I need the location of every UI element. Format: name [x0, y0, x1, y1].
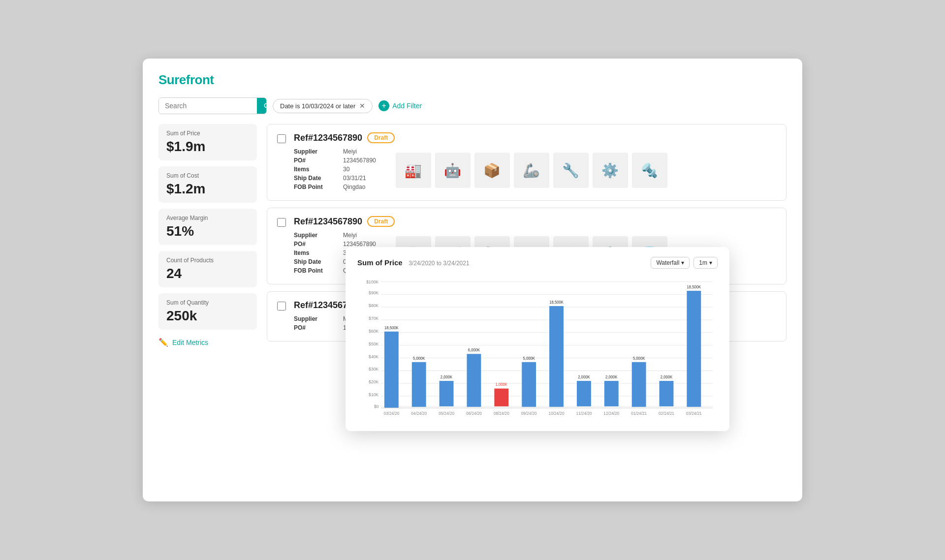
svg-text:2,000K: 2,000K — [661, 375, 673, 379]
svg-text:5,000K: 5,000K — [413, 356, 425, 360]
metric-label-count-products: Count of Products — [166, 257, 249, 264]
svg-text:$30K: $30K — [369, 367, 378, 372]
svg-text:$100K: $100K — [366, 280, 378, 284]
ship-label-2: Ship Date — [294, 258, 333, 265]
po-card-1: Ref#1234567890 Draft SupplierMeiyi PO#12… — [267, 124, 787, 201]
add-filter-label: Add Filter — [392, 102, 422, 110]
chart-overlay: Sum of Price 3/24/2020 to 3/24/2021 Wate… — [346, 247, 729, 431]
svg-text:02/24/21: 02/24/21 — [659, 411, 674, 416]
po-ref-2: Ref#1234567890 — [294, 217, 362, 227]
fob-label-1: FOB Point — [294, 184, 333, 190]
po-value-1: 1234567890 — [343, 157, 376, 164]
po-checkbox-2[interactable] — [277, 218, 286, 227]
svg-text:1,000K: 1,000K — [496, 382, 508, 387]
po-badge-2: Draft — [367, 216, 395, 227]
add-filter-button[interactable]: + Add Filter — [378, 100, 422, 111]
svg-text:$40K: $40K — [369, 354, 378, 359]
metric-value-sum-cost: $1.2m — [166, 181, 249, 197]
svg-text:$80K: $80K — [369, 303, 378, 308]
product-img-1g: 🔩 — [632, 153, 667, 188]
ship-label-1: Ship Date — [294, 175, 333, 182]
metric-card-count-products: Count of Products 24 — [158, 251, 257, 287]
bar-8 — [577, 381, 591, 406]
edit-metrics-button[interactable]: ✏️ Edit Metrics — [158, 336, 208, 349]
chart-controls: Waterfall ▾ 1m ▾ — [651, 257, 718, 269]
waterfall-label: Waterfall — [656, 259, 679, 266]
metric-value-sum-quantity: 250k — [166, 308, 249, 324]
po-label-2: PO# — [294, 241, 333, 248]
product-img-1d: 🦾 — [514, 153, 549, 188]
svg-text:2,000K: 2,000K — [441, 375, 453, 379]
po-body-1: Ref#1234567890 Draft SupplierMeiyi PO#12… — [294, 132, 776, 192]
svg-text:$0: $0 — [374, 404, 379, 409]
po-checkbox-3[interactable] — [277, 302, 286, 311]
po-header-2: Ref#1234567890 Draft — [294, 216, 776, 227]
product-img-1f: ⚙️ — [593, 153, 628, 188]
bar-4 — [467, 354, 481, 407]
po-badge-1: Draft — [367, 132, 395, 143]
po-label-3: PO# — [294, 324, 333, 331]
svg-text:09/24/20: 09/24/20 — [521, 411, 537, 416]
product-img-1c: 📦 — [474, 153, 510, 188]
chevron-down-icon: ▾ — [681, 259, 684, 266]
period-chevron-icon: ▾ — [709, 259, 712, 266]
search-icon — [263, 102, 267, 110]
search-button[interactable] — [257, 98, 267, 114]
svg-text:$10K: $10K — [369, 392, 378, 397]
product-img-1e: 🔧 — [553, 153, 589, 188]
metric-card-avg-margin: Average Margin 51% — [158, 209, 257, 245]
chart-title-group: Sum of Price 3/24/2020 to 3/24/2021 — [357, 258, 470, 267]
svg-text:6,000K: 6,000K — [468, 348, 480, 352]
app-container: Surefront Date is 10/03/2024 or later ✕ … — [143, 59, 802, 501]
bar-6 — [522, 362, 536, 407]
product-img-1a: 🏭 — [396, 153, 431, 188]
bar-9 — [604, 381, 619, 406]
sidebar: Sum of Price $1.9m Sum of Cost $1.2m Ave… — [158, 124, 257, 349]
po-value-2: 1234567890 — [343, 241, 376, 248]
top-bar: Date is 10/03/2024 or later ✕ + Add Filt… — [158, 97, 787, 114]
svg-text:18,500K: 18,500K — [549, 300, 564, 305]
items-label-1: Items — [294, 166, 333, 173]
svg-text:01/24/21: 01/24/21 — [631, 411, 647, 416]
ship-value-1: 03/31/21 — [343, 175, 366, 182]
svg-text:$50K: $50K — [369, 341, 378, 346]
fob-value-1: Qingdao — [343, 184, 365, 190]
svg-text:06/24/20: 06/24/20 — [466, 411, 482, 416]
search-input[interactable] — [159, 98, 257, 114]
po-label-1: PO# — [294, 157, 333, 164]
metric-value-sum-price: $1.9m — [166, 139, 249, 155]
chart-area: $0 $10K $20K $30K $40K $50K $60K $70K $8… — [357, 277, 718, 424]
metric-card-sum-quantity: Sum of Quantity 250k — [158, 293, 257, 330]
waterfall-control[interactable]: Waterfall ▾ — [651, 257, 690, 269]
search-wrapper — [158, 97, 267, 114]
content-area: Ref#1234567890 Draft SupplierMeiyi PO#12… — [267, 124, 787, 349]
svg-text:18,500K: 18,500K — [687, 285, 701, 289]
date-filter-chip[interactable]: Date is 10/03/2024 or later ✕ — [273, 99, 373, 113]
bar-11 — [660, 381, 674, 406]
items-label-2: Items — [294, 249, 333, 256]
svg-text:$90K: $90K — [369, 290, 378, 295]
metric-label-sum-price: Sum of Price — [166, 130, 249, 137]
metric-value-count-products: 24 — [166, 266, 249, 281]
po-checkbox-1[interactable] — [277, 134, 286, 143]
bar-10 — [632, 362, 646, 407]
period-control[interactable]: 1m ▾ — [693, 257, 718, 269]
bar-12 — [687, 291, 701, 407]
svg-text:10/24/20: 10/24/20 — [549, 411, 565, 416]
po-ref-1: Ref#1234567890 — [294, 133, 362, 143]
close-filter-icon[interactable]: ✕ — [359, 102, 365, 109]
svg-text:18,500K: 18,500K — [384, 325, 399, 330]
svg-text:11/24/20: 11/24/20 — [576, 411, 592, 416]
svg-text:$20K: $20K — [369, 379, 378, 384]
svg-text:05/24/20: 05/24/20 — [439, 411, 454, 416]
metric-label-avg-margin: Average Margin — [166, 215, 249, 221]
metric-label-sum-cost: Sum of Cost — [166, 172, 249, 179]
chart-svg: $0 $10K $20K $30K $40K $50K $60K $70K $8… — [357, 277, 718, 424]
supplier-value-2: Meiyi — [343, 232, 357, 239]
metric-card-sum-price: Sum of Price $1.9m — [158, 124, 257, 160]
fob-label-2: FOB Point — [294, 267, 333, 274]
items-value-1: 30 — [343, 166, 349, 173]
app-logo: Surefront — [158, 72, 787, 88]
pencil-icon: ✏️ — [158, 338, 168, 347]
period-label: 1m — [699, 259, 707, 266]
